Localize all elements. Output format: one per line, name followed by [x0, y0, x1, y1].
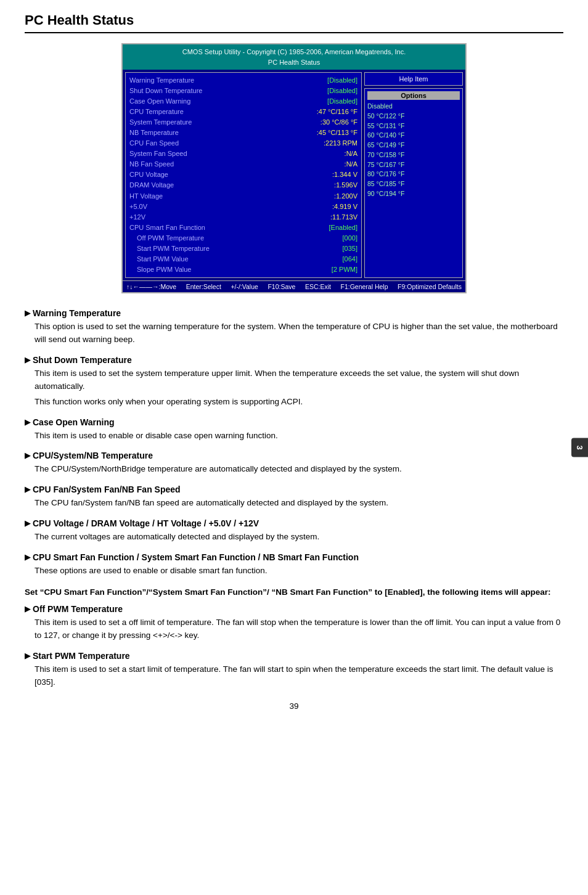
bios-option-item: 80 °C/176 °F	[367, 170, 460, 179]
bios-option-item: 85 °C/185 °F	[367, 179, 460, 189]
doc-item-voltages: ▶CPU Voltage / DRAM Voltage / HT Voltage…	[25, 518, 563, 544]
doc-sub-items: ▶Off PWM TemperatureThis item is used to…	[25, 604, 563, 689]
bios-option-item: 90 °C/194 °F	[367, 189, 460, 199]
arrow-icon: ▶	[25, 605, 30, 613]
footer-f1: F1:General Help	[340, 283, 388, 290]
doc-item-shut-down-temperature: ▶Shut Down TemperatureThis item is used …	[25, 355, 563, 409]
bios-option-item: 70 °C/158 °F	[367, 150, 460, 160]
footer-f9: F9:Optimized Defaults	[398, 283, 462, 290]
bios-option-item: 55 °C/131 °F	[367, 121, 460, 131]
doc-sub-item-off-pwm-temperature: ▶Off PWM TemperatureThis item is used to…	[25, 604, 563, 642]
bios-help-item: Help Item	[364, 72, 463, 86]
bios-row[interactable]: NB Fan Speed:N/A	[129, 159, 357, 170]
doc-item-title-text: CPU Voltage / DRAM Voltage / HT Voltage …	[33, 518, 259, 528]
bios-row-value: :30 °C/86 °F	[321, 117, 357, 128]
doc-item-case-open-warning: ▶Case Open WarningThis item is used to e…	[25, 417, 563, 443]
bios-row-value: [000]	[343, 233, 357, 243]
doc-item-title-text: Warning Temperature	[33, 308, 121, 318]
doc-item-body: The CPU/System/NorthBridge temperature a…	[25, 463, 563, 476]
doc-item-body: This option is used to set the warning t…	[25, 321, 563, 346]
bios-option-item: 50 °C/122 °F	[367, 112, 460, 121]
bios-row-label: CPU Temperature	[129, 107, 314, 117]
bios-row[interactable]: Start PWM Value[064]	[129, 254, 357, 264]
arrow-icon: ▶	[25, 553, 30, 562]
bios-row[interactable]: CPU Smart Fan Function[Enabled]	[129, 223, 357, 233]
bios-row-label: CPU Smart Fan Function	[129, 223, 327, 233]
bios-row-value: :4.919 V	[332, 202, 357, 212]
doc-item-title: ▶Case Open Warning	[25, 417, 563, 427]
footer-value: +/-/:Value	[231, 283, 258, 290]
bios-row[interactable]: NB Temperature:45 °C/113 °F	[129, 128, 357, 138]
doc-item-body: This item is used to set the system temp…	[25, 367, 563, 409]
bios-row-label: Start PWM Temperature	[129, 243, 340, 254]
doc-item-title: ▶CPU Smart Fan Function / System Smart F…	[25, 552, 563, 562]
bios-right-panel: Help Item Options Disabled50 °C/122 °F55…	[364, 72, 463, 278]
side-tab: 3	[571, 438, 588, 457]
bold-note: Set “CPU Smart Fan Function”/“System Sma…	[25, 586, 563, 599]
doc-item-warning-temperature: ▶Warning TemperatureThis option is used …	[25, 308, 563, 346]
bios-row-label: +12V	[129, 212, 328, 223]
bios-row-label: Warning Temperature	[129, 75, 325, 86]
arrow-icon: ▶	[25, 356, 30, 364]
bios-row[interactable]: Off PWM Temperature[000]	[129, 233, 357, 243]
bios-row[interactable]: Case Open Warning[Disabled]	[129, 96, 357, 107]
bios-left-panel: Warning Temperature[Disabled]Shut Down T…	[125, 72, 362, 278]
bios-body: Warning Temperature[Disabled]Shut Down T…	[123, 70, 465, 280]
page-title: PC Health Status	[25, 12, 563, 33]
bios-row[interactable]: Shut Down Temperature[Disabled]	[129, 86, 357, 96]
bios-header-line1: CMOS Setup Utility - Copyright (C) 1985-…	[124, 47, 464, 57]
bios-row[interactable]: Warning Temperature[Disabled]	[129, 75, 357, 86]
bios-row[interactable]: HT Voltage:1.200V	[129, 191, 357, 202]
page-number: 39	[25, 701, 563, 711]
doc-sub-item-body: This item is used to set a start limit o…	[25, 663, 563, 689]
bios-row[interactable]: CPU Temperature:47 °C/116 °F	[129, 107, 357, 117]
bios-row-label: CPU Voltage	[129, 170, 330, 180]
bios-row[interactable]: CPU Voltage:1.344 V	[129, 170, 357, 180]
bios-row[interactable]: CPU Fan Speed:2213 RPM	[129, 138, 357, 149]
footer-enter: Enter:Select	[186, 283, 221, 290]
bios-row-label: HT Voltage	[129, 191, 332, 202]
bios-option-item: 60 °C/140 °F	[367, 131, 460, 141]
bios-options-list: Disabled50 °C/122 °F55 °C/131 °F60 °C/14…	[367, 102, 460, 199]
footer-move: ↑↓←——→:Move	[126, 283, 176, 290]
bios-row-value: :11.713V	[330, 212, 357, 223]
doc-item-title: ▶CPU/System/NB Temperature	[25, 451, 563, 460]
bios-row-label: System Temperature	[129, 117, 318, 128]
bios-row-label: DRAM Voltage	[129, 180, 332, 190]
doc-item-body: These options are used to enable or disa…	[25, 565, 563, 578]
doc-item-title-text: Case Open Warning	[33, 417, 115, 427]
bios-row[interactable]: System Temperature:30 °C/86 °F	[129, 117, 357, 128]
bios-row-label: Start PWM Value	[129, 254, 340, 264]
bios-row[interactable]: +12V:11.713V	[129, 212, 357, 223]
doc-item-smart-fan-function: ▶CPU Smart Fan Function / System Smart F…	[25, 552, 563, 578]
bios-row-label: NB Temperature	[129, 128, 314, 138]
arrow-icon: ▶	[25, 451, 30, 460]
bios-row[interactable]: DRAM Voltage:1.596V	[129, 180, 357, 190]
bios-row-value: [Disabled]	[327, 86, 357, 96]
bios-footer: ↑↓←——→:Move Enter:Select +/-/:Value F10:…	[123, 280, 465, 292]
doc-item-body: The current voltages are automatically d…	[25, 531, 563, 544]
bios-row-value: :N/A	[345, 159, 357, 170]
bios-row-value: [064]	[343, 254, 357, 264]
bios-row-value: [Disabled]	[327, 75, 357, 86]
doc-item-title-text: Shut Down Temperature	[33, 355, 132, 365]
arrow-icon: ▶	[25, 418, 30, 427]
bios-row[interactable]: +5.0V:4.919 V	[129, 202, 357, 212]
bios-row-value: [Enabled]	[329, 223, 357, 233]
bios-row-value: :45 °C/113 °F	[317, 128, 357, 138]
bios-row[interactable]: System Fan Speed:N/A	[129, 149, 357, 159]
doc-item-title: ▶Shut Down Temperature	[25, 355, 563, 365]
doc-sub-item-title-text: Start PWM Temperature	[33, 651, 130, 661]
bios-row-label: NB Fan Speed	[129, 159, 342, 170]
bios-option-item: 65 °C/149 °F	[367, 141, 460, 150]
bios-row-value: :N/A	[345, 149, 357, 159]
bios-row-label: System Fan Speed	[129, 149, 342, 159]
bios-row-label: Off PWM Temperature	[129, 233, 340, 243]
bios-row[interactable]: Slope PWM Value[2 PWM]	[129, 264, 357, 275]
arrow-icon: ▶	[25, 519, 30, 528]
footer-esc: ESC:Exit	[305, 283, 331, 290]
doc-sub-item-body: This item is used to set a off limit of …	[25, 616, 563, 642]
bios-row[interactable]: Start PWM Temperature[035]	[129, 243, 357, 254]
bios-options-box: Options Disabled50 °C/122 °F55 °C/131 °F…	[364, 88, 463, 278]
bios-option-item: 75 °C/167 °F	[367, 160, 460, 170]
